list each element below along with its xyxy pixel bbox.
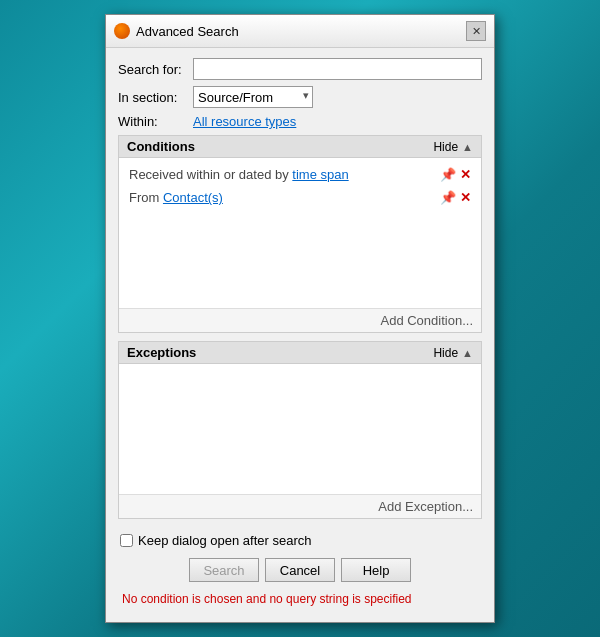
exceptions-collapse-icon[interactable]: ▲ [462,347,473,359]
exceptions-header: Exceptions Hide ▲ [119,342,481,364]
dialog-title: Advanced Search [136,24,239,39]
condition-1-icons: 📌 ✕ [440,167,471,182]
search-for-input[interactable] [193,58,482,80]
condition-1-pin-icon[interactable]: 📌 [440,167,456,182]
keep-open-text: Keep dialog open after search [138,533,311,548]
within-row: Within: All resource types [118,114,482,129]
add-exception-link[interactable]: Add Exception... [378,499,473,514]
search-for-label: Search for: [118,62,193,77]
condition-row-1: Received within or dated by time span 📌 … [125,164,475,185]
advanced-search-dialog: Advanced Search ✕ Search for: In section… [105,14,495,623]
conditions-collapse-icon[interactable]: ▲ [462,141,473,153]
keep-open-checkbox[interactable] [120,534,133,547]
within-link[interactable]: All resource types [193,114,296,129]
add-condition-link[interactable]: Add Condition... [380,313,473,328]
exceptions-controls: Hide ▲ [433,346,473,360]
in-section-row: In section: Source/From All Sections Inb… [118,86,482,108]
dialog-icon [114,23,130,39]
condition-2-prefix: From [129,190,163,205]
condition-1-remove-icon[interactable]: ✕ [460,167,471,182]
dialog-body: Search for: In section: Source/From All … [106,48,494,622]
condition-2-pin-icon[interactable]: 📌 [440,190,456,205]
exceptions-hide-link[interactable]: Hide [433,346,458,360]
condition-1-text: Received within or dated by time span [129,167,440,182]
keep-open-label[interactable]: Keep dialog open after search [120,533,311,548]
in-section-select-wrapper: Source/From All Sections Inbox Sent [193,86,313,108]
help-button[interactable]: Help [341,558,411,582]
cancel-button[interactable]: Cancel [265,558,335,582]
exceptions-panel: Exceptions Hide ▲ Add Exception... [118,341,482,519]
search-button[interactable]: Search [189,558,259,582]
search-for-row: Search for: [118,58,482,80]
in-section-select[interactable]: Source/From All Sections Inbox Sent [193,86,313,108]
buttons-row: Search Cancel Help [118,554,482,590]
conditions-header: Conditions Hide ▲ [119,136,481,158]
close-button[interactable]: ✕ [466,21,486,41]
conditions-body: Received within or dated by time span 📌 … [119,158,481,308]
condition-1-prefix: Received within or dated by [129,167,292,182]
error-message: No condition is chosen and no query stri… [118,590,482,612]
conditions-panel: Conditions Hide ▲ Received within or dat… [118,135,482,333]
condition-2-text: From Contact(s) [129,190,440,205]
add-exception-row: Add Exception... [119,494,481,518]
title-bar: Advanced Search ✕ [106,15,494,48]
add-condition-row: Add Condition... [119,308,481,332]
exceptions-body [119,364,481,494]
condition-2-icons: 📌 ✕ [440,190,471,205]
condition-row-2: From Contact(s) 📌 ✕ [125,187,475,208]
exceptions-title: Exceptions [127,345,196,360]
within-label: Within: [118,114,193,129]
condition-2-link[interactable]: Contact(s) [163,190,223,205]
conditions-controls: Hide ▲ [433,140,473,154]
conditions-title: Conditions [127,139,195,154]
title-bar-left: Advanced Search [114,23,239,39]
keep-open-row: Keep dialog open after search [118,527,482,554]
condition-1-link[interactable]: time span [292,167,348,182]
in-section-label: In section: [118,90,193,105]
conditions-hide-link[interactable]: Hide [433,140,458,154]
condition-2-remove-icon[interactable]: ✕ [460,190,471,205]
